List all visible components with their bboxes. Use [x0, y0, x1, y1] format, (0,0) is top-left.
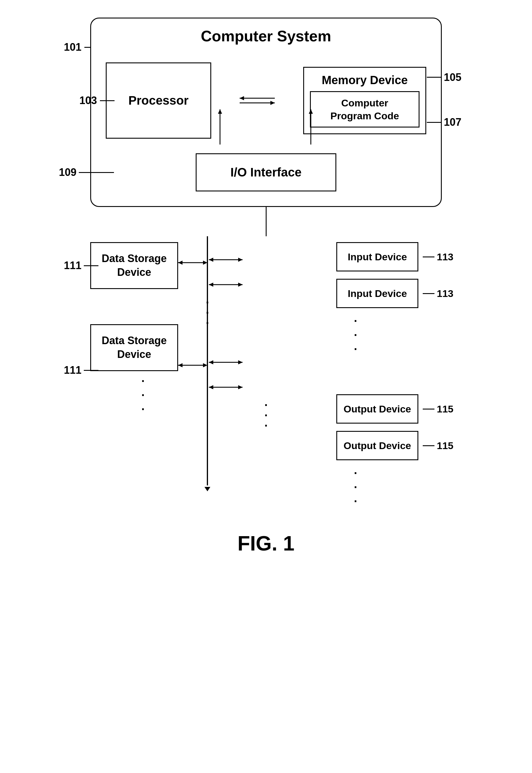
computer-system-title: Computer System [106, 27, 426, 45]
center-bus: · · · · · · [178, 236, 325, 508]
output-device-label-1: Output Device [344, 404, 411, 415]
processor-label: Processor [128, 93, 188, 108]
computer-system-box: Computer System 103 Processor [90, 18, 442, 207]
output-device-row-2: Output Device 115 [336, 431, 453, 460]
memory-device-box: Memory Device ComputerProgram Code [303, 67, 426, 134]
svg-marker-14 [209, 258, 213, 262]
svg-text:·: · [206, 316, 209, 329]
io-interface-label: I/O Interface [231, 165, 302, 179]
top-row: 103 Processor 105 [106, 57, 426, 144]
svg-marker-11 [178, 260, 183, 265]
svg-marker-30 [238, 385, 243, 389]
svg-marker-24 [203, 363, 207, 367]
input-dots: ··· [336, 314, 453, 356]
label-115-2: 115 [423, 440, 453, 452]
label-115-1: 115 [423, 404, 453, 415]
label-111-1: 111 [64, 259, 98, 272]
input-device-box-2: Input Device [336, 279, 418, 308]
data-storage-box-2: Data StorageDevice [90, 324, 178, 371]
data-storage-label-1: Data StorageDevice [102, 252, 167, 279]
storage-dots: ··· [90, 374, 178, 416]
output-device-box-1: Output Device [336, 394, 418, 424]
label-111-2: 111 [64, 364, 98, 376]
left-column: 111 Data StorageDevice 111 Data StorageD… [90, 236, 178, 508]
label-105: 105 [427, 71, 461, 84]
bottom-section: 111 Data StorageDevice 111 Data StorageD… [90, 236, 442, 508]
computer-program-label: ComputerProgram Code [330, 97, 399, 121]
output-device-label-2: Output Device [344, 440, 411, 452]
input-device-row-2: Input Device 113 [336, 279, 453, 308]
input-device-row-1: Input Device 113 [336, 242, 453, 271]
svg-marker-15 [238, 258, 243, 262]
input-device-label-2: Input Device [348, 288, 407, 299]
svg-marker-1 [240, 96, 244, 100]
svg-marker-12 [203, 260, 207, 265]
input-device-box-1: Input Device [336, 242, 418, 271]
svg-marker-9 [204, 487, 210, 491]
data-storage-box-1: Data StorageDevice [90, 242, 178, 289]
memory-device-title: Memory Device [310, 74, 420, 87]
svg-marker-27 [238, 360, 243, 364]
svg-marker-17 [209, 282, 213, 287]
input-device-label-1: Input Device [348, 251, 407, 263]
diagram-container: 101 Computer System 103 Processor [61, 18, 471, 555]
bus-svg: · · · · · · [178, 236, 325, 500]
label-109: 109 [59, 166, 114, 178]
data-storage-wrapper-2: 111 Data StorageDevice ··· [90, 324, 178, 416]
svg-marker-3 [270, 101, 275, 105]
processor-box: Processor [106, 62, 211, 139]
io-interface-box: I/O Interface [196, 153, 336, 191]
processor-memory-arrow [228, 92, 287, 109]
svg-marker-18 [238, 282, 243, 287]
data-storage-label-2: Data StorageDevice [102, 334, 167, 361]
svg-marker-26 [209, 360, 213, 364]
right-column: Input Device 113 Input Device 113 ··· Ou… [325, 236, 453, 508]
output-device-box-2: Output Device [336, 431, 418, 460]
computer-program-box: ComputerProgram Code [310, 91, 420, 127]
svg-text:·: · [264, 419, 267, 432]
main-vertical-line [266, 207, 267, 236]
svg-marker-29 [209, 385, 213, 389]
output-device-row-1: Output Device 115 [336, 394, 453, 424]
output-dots: ··· [336, 466, 453, 508]
label-113-2: 113 [423, 288, 453, 299]
label-107: 107 [427, 116, 461, 128]
figure-caption: FIG. 1 [238, 532, 294, 555]
label-113-1: 113 [423, 251, 453, 263]
data-storage-wrapper-1: 111 Data StorageDevice [90, 242, 178, 289]
svg-marker-23 [178, 363, 183, 367]
